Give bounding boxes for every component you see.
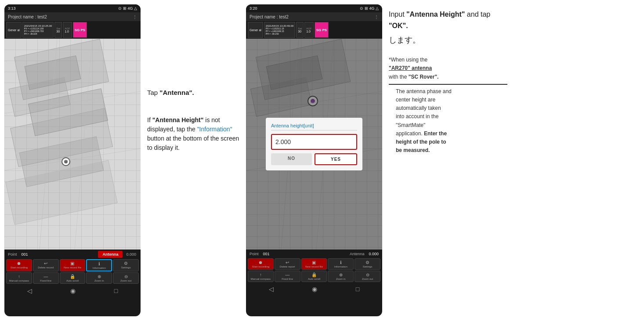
zoom-in-btn-r[interactable]: ⊕ Zoom in [328,271,354,282]
sat-cell-right: Sat 30 [296,22,304,38]
auto-scroll-btn[interactable]: 🔒 Auto scroll [60,272,86,284]
project-name-left: Project name : test2 [8,14,47,19]
dialog-yes-btn[interactable]: YES [315,153,357,165]
sc-value: SG PS [75,28,85,32]
information-btn-r[interactable]: ℹ Information [328,258,354,270]
dialog-input-value[interactable]: 2.000 [271,134,357,150]
desc7-bold: height of the pole to [396,139,446,145]
menu-icon-left[interactable]: ⋮ [133,14,137,19]
sc-cell-right: SG PS [315,22,329,38]
home-btn-left[interactable]: ◉ [70,287,76,294]
antenna-value-left: 0.000 [123,251,139,257]
delete-report-label-r: Delete report [280,265,295,268]
fixed-line-btn-r[interactable]: — Fixed line [275,271,300,282]
desc8-bold: be measured. [396,147,430,153]
bottom-toolbar-right: Point 001 Antenna 0.000 ⏺ Start recordin… [246,250,382,297]
settings-label: Settings [121,266,131,269]
compass-icon-r: ↑ [249,272,273,277]
project-header-left: Project name : test2 ⋮ [4,12,141,21]
new-record-icon-r: ▣ [302,260,326,265]
project-name-right: Project name : test2 [250,14,289,19]
start-recording-btn-r[interactable]: ⏺ Start recording [248,258,274,270]
compass-label: Manual compass [9,279,29,282]
information-btn[interactable]: ℹ Information [86,259,112,271]
back-btn-left[interactable]: ◁ [27,287,32,294]
settings-btn[interactable]: ⚙ Settings [113,259,139,271]
instructions-right: Input "Antenna Height" and tap"OK". します。… [387,4,510,318]
start-recording-btn[interactable]: ⏺ Start recording [6,259,32,271]
record-icon-r: ⏺ [249,260,273,265]
pn-value: PH = -36.925 [24,33,52,35]
antenna-button-left[interactable]: Antenna [98,251,123,258]
new-record-btn[interactable]: ▣ New record file [60,259,86,271]
compass-btn[interactable]: ↑ Manual compass [6,272,32,284]
zoom-out-label: Zoom out [120,279,131,282]
delete-record-label: Delete record [38,266,54,269]
zoom-out-btn[interactable]: ⊖ Zoom out [113,272,139,284]
sat-value-right: 30 [298,30,302,33]
settings-icon-r: ⚙ [355,260,380,265]
input-instruction: Input "Antenna Height" and tap"OK". [389,9,507,31]
compass-icon: ↑ [7,274,31,279]
agf-cell: AGF 1.0 [63,22,72,38]
toolbar-buttons-row1-left: ⏺ Start recording ↩ Delete record ▣ New … [6,259,139,271]
antenna-label-right: Antenna [348,251,366,257]
delete-record-btn[interactable]: ↩ Delete record [33,259,59,271]
zoom-in-icon: ⊕ [87,274,111,279]
new-record-btn-r[interactable]: ▣ New record file [301,258,327,270]
ok-bold: "OK". [389,22,408,29]
lock-icon-r: 🔒 [302,272,326,277]
if-antenna-blue: "Information" [197,126,232,133]
fixed-line-btn[interactable]: — Fixed line [33,272,59,284]
new-record-label-r: New record file [305,265,323,268]
if-text3: button at the bottom of the screen to di… [147,135,239,151]
input-label: Input [389,11,406,18]
desc2: center height are [396,97,435,103]
home-btn-right[interactable]: ◉ [312,286,317,293]
dialog-no-btn[interactable]: NO [271,153,312,165]
auto-scroll-btn-r[interactable]: 🔒 Auto scroll [301,271,327,282]
annotation-note: *When using the "AR270" antenna with the… [389,56,507,155]
general-label: Gener al [8,29,20,32]
bottom-toolbar-left: Point 001 Antenna 0.000 ⏺ Start recordin… [4,250,141,298]
square-btn-right[interactable]: □ [356,286,359,293]
note-divider [389,84,507,85]
fixed-line-label-r: Fixed line [282,278,293,280]
status-bar-left: 3:13 ⊙ ⊞ 4G △ [4,4,141,12]
tap-antenna-instruction: Tap "Antenna". [147,88,239,98]
desc1: The antenna phase and [396,88,452,94]
fixed-line-icon: — [34,274,58,279]
zoom-in-btn[interactable]: ⊕ Zoom in [86,272,112,284]
antenna-height-dialog: Antenna height[unit] 2.000 NO YES [266,118,362,170]
toolbar-buttons-row2-right: ↑ Manual compass — Fixed line 🔒 Auto scr… [248,271,380,282]
instructions-left: Tap "Antenna". If "Antenna Height" is no… [145,4,242,318]
note-sc: "SC Rover". [409,74,439,80]
zoom-out-btn-r[interactable]: ⊖ Zoom out [355,271,380,282]
phone-nav-right: ◁ ◉ □ [248,283,380,295]
toolbar-buttons-row1-right: ⏺ Start recording ↩ Delete report ▣ New … [248,258,380,270]
back-btn-right[interactable]: ◁ [269,286,274,293]
settings-btn-r[interactable]: ⚙ Settings [355,258,380,270]
phone-nav-left: ◁ ◉ □ [6,285,139,297]
menu-icon-right[interactable]: ⋮ [374,14,379,19]
note-star: *When using the [389,57,427,63]
lock-icon: 🔒 [61,274,85,279]
sc-value-right: SG PS [316,28,327,32]
antenna-value-right: 0.000 [367,251,380,257]
input-text2: and tap [465,11,490,18]
settings-icon: ⚙ [114,261,138,266]
tap-text: Tap [147,89,159,96]
desc5: "SmartMate" [396,122,425,128]
zoom-in-icon-r: ⊕ [329,272,353,277]
if-antenna-instruction: If "Antenna Height" is not displayed, ta… [147,116,239,152]
general-cell: Gener al [6,22,22,38]
compass-label-r: Manual compass [251,278,271,280]
compass-btn-r[interactable]: ↑ Manual compass [248,271,274,282]
information-label: Information [93,267,106,269]
square-btn-left[interactable]: □ [114,287,118,294]
delete-report-btn-r[interactable]: ↩ Delete report [275,258,300,270]
jp-text: します。 [389,35,507,45]
information-label-r: Information [334,265,347,268]
map-area-left [4,39,141,250]
delete-icon-r: ↩ [275,260,300,265]
